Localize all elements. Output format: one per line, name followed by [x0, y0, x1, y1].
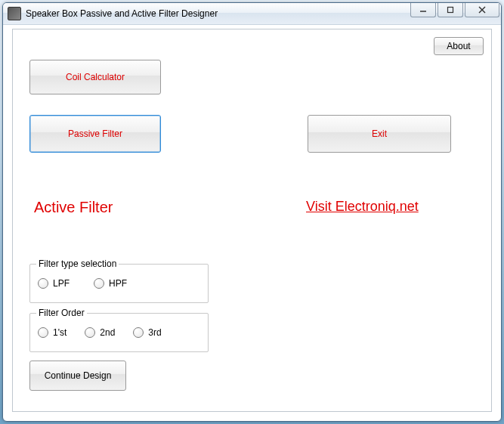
client-area: About Coil Calculator Passive Filter Exi…: [12, 29, 492, 412]
exit-button[interactable]: Exit: [308, 115, 451, 153]
close-button[interactable]: [465, 3, 499, 17]
filter-order-options: 1'st 2nd 3rd: [38, 327, 200, 338]
filter-order-group: Filter Order 1'st 2nd 3rd: [29, 313, 209, 352]
filter-type-options: LPF HPF: [38, 278, 200, 289]
coil-calculator-button[interactable]: Coil Calculator: [29, 60, 161, 94]
filter-type-group: Filter type selection LPF HPF: [29, 264, 209, 303]
maximize-button[interactable]: [438, 3, 463, 17]
radio-dot-icon: [38, 278, 48, 289]
titlebar: Speaker Box Passive and Active Filter De…: [3, 3, 501, 25]
radio-1st-label: 1'st: [53, 327, 66, 338]
filter-order-legend: Filter Order: [36, 308, 87, 318]
visit-link[interactable]: Visit Electroniq.net: [306, 199, 419, 215]
svg-rect-1: [448, 8, 453, 13]
app-icon: [8, 7, 21, 20]
radio-dot-icon: [133, 327, 144, 338]
radio-hpf[interactable]: HPF: [94, 278, 127, 289]
passive-filter-button[interactable]: Passive Filter: [29, 115, 161, 153]
radio-1st[interactable]: 1'st: [38, 327, 66, 338]
minimize-icon: [419, 7, 427, 13]
active-filter-heading: Active Filter: [34, 199, 113, 216]
about-button[interactable]: About: [434, 37, 484, 55]
radio-dot-icon: [38, 327, 48, 338]
maximize-icon: [447, 6, 454, 14]
app-window: Speaker Box Passive and Active Filter De…: [2, 2, 502, 422]
radio-dot-icon: [85, 327, 95, 338]
minimize-button[interactable]: [410, 3, 436, 17]
radio-2nd[interactable]: 2nd: [85, 327, 115, 338]
radio-3rd[interactable]: 3rd: [133, 327, 161, 338]
window-title: Speaker Box Passive and Active Filter De…: [26, 8, 218, 19]
radio-lpf[interactable]: LPF: [38, 278, 70, 289]
continue-design-button[interactable]: Continue Design: [29, 361, 126, 391]
radio-lpf-label: LPF: [53, 278, 70, 289]
close-icon: [478, 6, 486, 14]
radio-2nd-label: 2nd: [100, 327, 115, 338]
window-controls: [410, 3, 499, 17]
filter-type-legend: Filter type selection: [36, 258, 119, 269]
radio-dot-icon: [94, 278, 104, 289]
radio-hpf-label: HPF: [109, 278, 127, 289]
radio-3rd-label: 3rd: [148, 327, 161, 338]
